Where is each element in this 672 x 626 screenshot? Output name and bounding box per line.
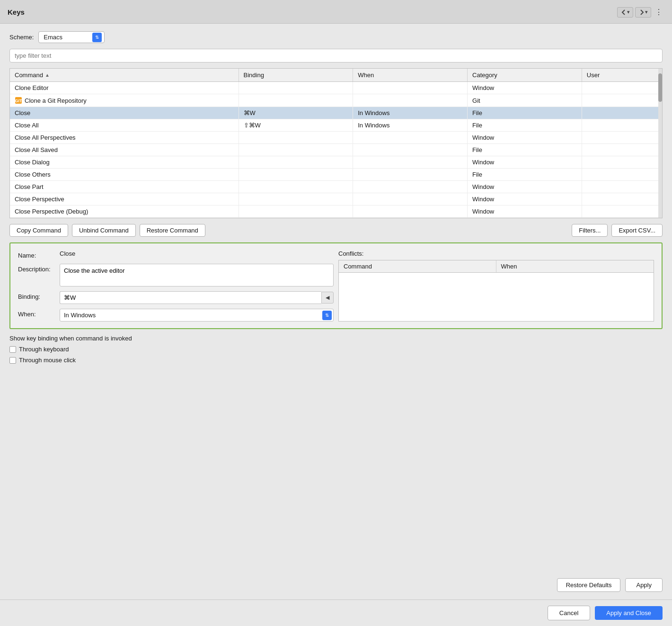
- cell-user: [582, 169, 662, 180]
- cell-when: [353, 82, 468, 94]
- col-category: Category: [468, 69, 582, 81]
- cell-user: [582, 156, 662, 168]
- cell-binding: [239, 206, 354, 217]
- name-value: Close: [60, 250, 75, 257]
- binding-row: Binding: ◀: [18, 291, 334, 304]
- when-row: When: In Windows Always In Dialogs In Ed…: [18, 309, 334, 322]
- cell-when: In Windows: [353, 119, 468, 131]
- cell-user: [582, 82, 662, 94]
- table-row[interactable]: Close Dialog Window: [10, 156, 662, 169]
- cell-command: Close Perspective (Debug): [10, 206, 239, 217]
- through-mouse-checkbox[interactable]: [9, 357, 16, 364]
- table-row[interactable]: Close Part Window: [10, 181, 662, 193]
- footer-buttons: Cancel Apply and Close: [0, 599, 672, 626]
- description-label: Description:: [18, 264, 56, 273]
- apply-button[interactable]: Apply: [625, 578, 663, 592]
- table-row[interactable]: Close Perspective (Debug) Window: [10, 206, 662, 218]
- name-label: Name:: [18, 250, 56, 259]
- restore-command-button[interactable]: Restore Command: [140, 224, 205, 237]
- through-mouse-row: Through mouse click: [9, 357, 663, 364]
- svg-text:GIT: GIT: [15, 98, 23, 103]
- detail-panel: Name: Close Description: Close the activ…: [9, 242, 663, 329]
- forward-button[interactable]: ▾: [635, 7, 651, 18]
- show-keybinding-label: Show key binding when command is invoked: [9, 335, 663, 342]
- cell-category: Window: [468, 156, 582, 168]
- col-binding: Binding: [239, 69, 354, 81]
- col-when: When: [353, 69, 468, 81]
- through-keyboard-row: Through keyboard: [9, 346, 663, 353]
- cell-user: [582, 144, 662, 156]
- cell-binding: [239, 156, 354, 168]
- cell-binding: [239, 181, 354, 193]
- filters-button[interactable]: Filters...: [572, 224, 608, 237]
- through-keyboard-label: Through keyboard: [19, 346, 69, 353]
- cell-command: Close: [10, 107, 239, 119]
- cell-command: Close All Saved: [10, 144, 239, 156]
- binding-label: Binding:: [18, 291, 56, 300]
- through-mouse-item[interactable]: Through mouse click: [9, 357, 76, 364]
- scheme-select[interactable]: Emacs Default Mac OS X: [38, 31, 105, 43]
- table-row[interactable]: Close Perspective Window: [10, 193, 662, 206]
- apply-and-close-button[interactable]: Apply and Close: [595, 606, 663, 620]
- conflicts-col-command: Command: [339, 260, 496, 272]
- col-user: User: [582, 69, 662, 81]
- scrollbar-thumb[interactable]: [658, 73, 662, 102]
- table-row[interactable]: Close Others File: [10, 169, 662, 181]
- cell-category: File: [468, 119, 582, 131]
- kebab-menu-button[interactable]: ⋮: [653, 6, 664, 18]
- through-keyboard-item[interactable]: Through keyboard: [9, 346, 69, 353]
- action-buttons: Copy Command Unbind Command Restore Comm…: [9, 224, 663, 237]
- cell-binding: [239, 82, 354, 94]
- export-csv-button[interactable]: Export CSV...: [611, 224, 663, 237]
- sort-arrow-command: ▲: [45, 72, 50, 78]
- table-row-close[interactable]: Close ⌘W In Windows File: [10, 107, 662, 119]
- cancel-button[interactable]: Cancel: [548, 606, 590, 620]
- conflicts-table: Command When: [338, 260, 654, 322]
- table-row[interactable]: Close All ⇧⌘W In Windows File: [10, 119, 662, 132]
- binding-input[interactable]: [60, 291, 321, 304]
- conflicts-label: Conflicts:: [338, 250, 654, 257]
- cell-category: Window: [468, 132, 582, 143]
- unbind-command-button[interactable]: Unbind Command: [72, 224, 136, 237]
- cell-command: Close Others: [10, 169, 239, 180]
- table-row[interactable]: Close All Perspectives Window: [10, 132, 662, 144]
- cell-category: File: [468, 107, 582, 119]
- bottom-buttons: Restore Defaults Apply: [9, 573, 663, 592]
- cell-when: [353, 169, 468, 180]
- cell-command: Close Dialog: [10, 156, 239, 168]
- binding-button[interactable]: ◀: [321, 292, 334, 304]
- cell-category: Git: [468, 94, 582, 107]
- cell-category: File: [468, 144, 582, 156]
- cell-binding: [239, 193, 354, 205]
- table-row[interactable]: Close All Saved File: [10, 144, 662, 156]
- table-row[interactable]: GIT Clone a Git Repository Git: [10, 94, 662, 107]
- conflicts-header: Command When: [339, 260, 654, 273]
- description-box[interactable]: Close the active editor: [60, 264, 334, 286]
- cell-binding: [239, 169, 354, 180]
- restore-defaults-button[interactable]: Restore Defaults: [557, 578, 621, 592]
- when-select-wrapper: In Windows Always In Dialogs In Editors …: [60, 309, 334, 322]
- cell-command: Close Part: [10, 181, 239, 193]
- filter-input[interactable]: [9, 49, 663, 63]
- name-row: Name: Close: [18, 250, 334, 259]
- table-body: Clone Editor Window GIT Clone a Git Repo…: [10, 82, 662, 218]
- cell-command: Close All: [10, 119, 239, 131]
- when-select[interactable]: In Windows Always In Dialogs In Editors: [60, 309, 334, 322]
- show-keybinding-section: Show key binding when command is invoked…: [9, 335, 663, 364]
- detail-right: Conflicts: Command When: [338, 250, 654, 322]
- table-header: Command ▲ Binding When Category User: [10, 69, 662, 82]
- commands-table: Command ▲ Binding When Category User Clo…: [9, 68, 663, 218]
- through-keyboard-checkbox[interactable]: [9, 346, 16, 353]
- cell-when: In Windows: [353, 107, 468, 119]
- copy-command-button[interactable]: Copy Command: [9, 224, 68, 237]
- cell-binding: ⌘W: [239, 107, 354, 119]
- cell-when: [353, 206, 468, 217]
- cell-when: [353, 181, 468, 193]
- table-row[interactable]: Clone Editor Window: [10, 82, 662, 94]
- cell-when: [353, 193, 468, 205]
- forward-arrow-label: ▾: [645, 9, 648, 15]
- cell-when: [353, 94, 468, 107]
- back-button[interactable]: ▾: [617, 7, 633, 18]
- scrollbar-track[interactable]: [658, 69, 662, 218]
- conflicts-body: [339, 273, 654, 301]
